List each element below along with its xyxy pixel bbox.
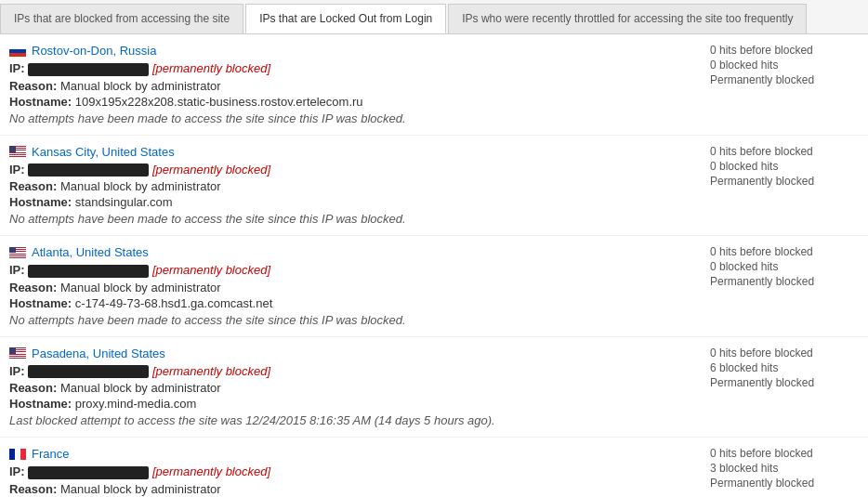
reason-value: Manual block by administrator (60, 179, 221, 193)
ip-redacted (28, 265, 149, 278)
us-flag-icon (9, 146, 26, 157)
hostname-line: Hostname: standsingular.com (9, 195, 691, 209)
reason-label: Reason: (9, 482, 57, 496)
attempt-note: No attempts have been made to access the… (9, 111, 691, 125)
entry-left-4: Pasadena, United States IP: [permanently… (9, 347, 710, 428)
permanently-blocked-label: [permanently blocked] (152, 163, 270, 177)
reason-line: Reason: Manual block by administrator (9, 381, 691, 395)
reason-value: Manual block by administrator (60, 381, 221, 395)
tab-locked-out[interactable]: IPs that are Locked Out from Login (245, 4, 446, 33)
reason-line: Reason: Manual block by administrator (9, 179, 691, 193)
ru-flag-icon (9, 46, 26, 57)
table-row: Kansas City, United States IP: [permanen… (0, 136, 868, 237)
hostname-line: Hostname: proxy.mind-media.com (9, 397, 691, 411)
ip-line: IP: [permanently blocked] (9, 464, 691, 479)
permanently-blocked-label: [permanently blocked] (152, 61, 270, 75)
reason-line: Reason: Manual block by administrator (9, 482, 691, 496)
entry-left-1: Rostov-on-Don, Russia IP: [permanently b… (9, 44, 710, 125)
ip-label: IP: (9, 61, 25, 75)
location-link[interactable]: Rostov-on-Don, Russia (32, 44, 156, 58)
location-line: Pasadena, United States (9, 347, 691, 360)
location-link[interactable]: Atlanta, United States (32, 245, 149, 259)
location-line: Atlanta, United States (9, 245, 691, 259)
ip-line: IP: [permanently blocked] (9, 61, 691, 76)
ip-redacted (28, 63, 149, 76)
reason-value: Manual block by administrator (60, 281, 221, 294)
blocked-hits: 3 blocked hits (710, 462, 859, 475)
reason-value: Manual block by administrator (60, 482, 221, 496)
hostname-label: Hostname: (9, 95, 72, 109)
location-line: Rostov-on-Don, Russia (9, 44, 691, 58)
entry-right-1: 0 hits before blocked 0 blocked hits Per… (710, 44, 859, 88)
blocked-hits: 0 blocked hits (710, 59, 859, 72)
location-line: Kansas City, United States (9, 145, 691, 159)
hostname-line: Hostname: 109x195x228x208.static-busines… (9, 95, 691, 109)
attempt-note: No attempts have been made to access the… (9, 313, 691, 327)
hostname-label: Hostname: (9, 397, 72, 411)
reason-label: Reason: (9, 79, 57, 93)
table-row: France IP: [permanently blocked] Reason:… (0, 438, 868, 497)
reason-label: Reason: (9, 281, 57, 294)
ip-label: IP: (9, 163, 25, 177)
ip-redacted (28, 466, 149, 479)
entry-right-5: 0 hits before blocked 3 blocked hits Per… (710, 447, 859, 491)
permanently-blocked-label: [permanently blocked] (152, 464, 270, 478)
hostname-label: Hostname: (9, 195, 72, 209)
attempt-note: No attempts have been made to access the… (9, 212, 691, 226)
entry-right-3: 0 hits before blocked 0 blocked hits Per… (710, 245, 859, 290)
fr-flag-icon (9, 449, 26, 460)
us-flag-icon (9, 347, 26, 359)
hits-before-blocked: 0 hits before blocked (710, 145, 859, 158)
hits-before-blocked: 0 hits before blocked (710, 347, 859, 360)
status-badge: Permanently blocked (710, 275, 859, 288)
hostname-value: c-174-49-73-68.hsd1.ga.comcast.net (75, 296, 272, 310)
location-link[interactable]: Kansas City, United States (32, 145, 175, 159)
ip-line: IP: [permanently blocked] (9, 163, 691, 177)
status-badge: Permanently blocked (710, 376, 859, 389)
tab-bar: IPs that are blocked from accessing the … (0, 0, 868, 34)
reason-label: Reason: (9, 179, 57, 193)
reason-line: Reason: Manual block by administrator (9, 281, 691, 294)
table-row: Rostov-on-Don, Russia IP: [permanently b… (0, 34, 868, 136)
table-row: Pasadena, United States IP: [permanently… (0, 337, 868, 438)
tab-blocked-site[interactable]: IPs that are blocked from accessing the … (0, 4, 243, 33)
hostname-value: 109x195x228x208.static-business.rostov.e… (75, 95, 363, 109)
status-badge: Permanently blocked (710, 73, 859, 86)
ip-redacted (28, 163, 149, 177)
status-badge: Permanently blocked (710, 477, 859, 490)
entry-right-4: 0 hits before blocked 6 blocked hits Per… (710, 347, 859, 391)
ip-label: IP: (9, 464, 25, 478)
reason-label: Reason: (9, 381, 57, 395)
ip-line: IP: [permanently blocked] (9, 263, 691, 278)
entry-right-2: 0 hits before blocked 0 blocked hits Per… (710, 145, 859, 190)
entry-left-5: France IP: [permanently blocked] Reason:… (9, 447, 710, 497)
location-line: France (9, 447, 691, 461)
ip-line: IP: [permanently blocked] (9, 364, 691, 379)
location-link[interactable]: France (32, 447, 69, 461)
tabs-container: IPs that are blocked from accessing the … (0, 0, 868, 34)
hostname-label: Hostname: (9, 296, 72, 310)
ip-label: IP: (9, 364, 25, 378)
status-badge: Permanently blocked (710, 175, 859, 188)
permanently-blocked-label: [permanently blocked] (152, 364, 270, 378)
ip-redacted (28, 365, 149, 378)
blocked-hits: 6 blocked hits (710, 361, 859, 374)
table-row: Atlanta, United States IP: [permanently … (0, 236, 868, 337)
blocked-hits: 0 blocked hits (710, 260, 859, 273)
blocked-hits: 0 blocked hits (710, 160, 859, 173)
hostname-value: proxy.mind-media.com (75, 397, 197, 411)
location-link[interactable]: Pasadena, United States (32, 347, 165, 360)
us-flag-icon (9, 247, 26, 258)
ip-label: IP: (9, 263, 25, 277)
hits-before-blocked: 0 hits before blocked (710, 44, 859, 57)
tab-throttled[interactable]: IPs who were recently throttled for acce… (448, 4, 807, 33)
hits-before-blocked: 0 hits before blocked (710, 245, 859, 258)
hostname-line: Hostname: c-174-49-73-68.hsd1.ga.comcast… (9, 296, 691, 310)
entry-left-3: Atlanta, United States IP: [permanently … (9, 245, 710, 327)
attempt-note: Last blocked attempt to access the site … (9, 413, 691, 427)
hits-before-blocked: 0 hits before blocked (710, 447, 859, 460)
permanently-blocked-label: [permanently blocked] (152, 263, 270, 277)
entries-list: Rostov-on-Don, Russia IP: [permanently b… (0, 34, 868, 497)
reason-line: Reason: Manual block by administrator (9, 79, 691, 93)
hostname-value: standsingular.com (75, 195, 173, 209)
